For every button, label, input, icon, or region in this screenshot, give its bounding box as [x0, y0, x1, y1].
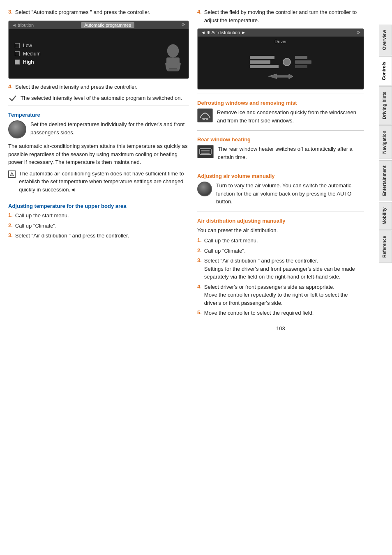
note-2: The automatic air-conditioning system do…	[8, 170, 189, 194]
sidebar-tabs: Overview Controls Driving hints Navigati…	[376, 0, 392, 555]
air-step-2: 2. Call up "Climate".	[197, 247, 364, 255]
air-dist-heading: Air distribution adjusting manually	[197, 218, 364, 224]
air-step-3: 3. Select "Air distribution " and press …	[197, 257, 364, 281]
tab-entertainment-label: Entertainment	[382, 166, 387, 196]
defrost-symbol	[199, 111, 211, 120]
defrost-icon	[197, 108, 213, 122]
defrost-heading: Defrosting windows and removing mist	[197, 100, 364, 106]
adj-step-3-num: 3.	[8, 232, 13, 240]
rear-heat-heading: Rear window heating	[197, 136, 364, 143]
adj-temp-steps: 1. Call up the start menu. 2. Call up "C…	[8, 212, 189, 240]
adj-vol-knob-icon	[197, 182, 212, 196]
adj-step-2: 2. Call up "Climate".	[8, 222, 189, 230]
adj-vol-row: Turn to vary the air volume. You can swi…	[197, 182, 364, 208]
rear-heat-icon	[197, 145, 214, 158]
screenshot-2: ◄ ❄ Air distribution ► ⟳ Driver	[197, 28, 364, 90]
temperature-icon-row: Set the desired temperatures individuall…	[8, 120, 189, 139]
right-step-4: 4. Select the field by moving the contro…	[197, 8, 364, 24]
temp-text-2: The automatic air-conditioning system at…	[8, 142, 189, 166]
note-1: The selected intensity level of the auto…	[8, 94, 189, 102]
adj-step-1-text: Call up the start menu.	[15, 212, 69, 220]
air-step-5-text: Move the controller to select the requir…	[204, 309, 314, 317]
air-step-4-num: 4.	[197, 283, 202, 307]
adj-step-2-num: 2.	[8, 222, 13, 230]
air-step-2-text: Call up "Climate".	[204, 247, 246, 255]
air-step-2-num: 2.	[197, 247, 202, 255]
air-step-3-text: Select "Air distribution " and press the…	[204, 257, 364, 281]
defrost-text: Remove ice and condensation quickly from…	[217, 108, 364, 124]
note-1-text: The selected intensity level of the auto…	[21, 94, 182, 102]
checkbox-medium	[15, 51, 20, 56]
divider-2	[8, 197, 189, 197]
screenshot-2-icon: ⟳	[357, 30, 360, 35]
checkmark-icon	[8, 94, 17, 102]
tab-controls-label: Controls	[381, 62, 386, 80]
page-number: 103	[197, 325, 364, 332]
air-step-4-text: Select driver's or front passenger's sid…	[204, 283, 364, 307]
air-step-1-num: 1.	[197, 237, 202, 245]
screenshot-2-driver-label: Driver	[203, 39, 359, 44]
air-step-1-text: Call up the start menu.	[204, 237, 258, 245]
checkbox-high	[15, 60, 20, 64]
menu-label-high: High	[23, 59, 34, 65]
tab-reference-label: Reference	[382, 236, 387, 258]
adj-step-1-num: 1.	[8, 212, 13, 220]
screenshot-2-body	[198, 48, 364, 89]
step-4-text: Select the desired intensity and press t…	[15, 83, 138, 91]
tab-overview[interactable]: Overview	[379, 25, 392, 55]
air-dist-intro: You can preset the air distribution.	[197, 226, 364, 235]
tab-reference[interactable]: Reference	[379, 230, 392, 263]
divider-right-2	[197, 130, 364, 131]
tab-driving-hints-label: Driving hints	[382, 92, 387, 119]
screenshot-1-icon: ⟳	[182, 22, 185, 28]
right-step-4-text: Select the field by moving the controlle…	[204, 8, 364, 24]
step-4-number: 4.	[8, 83, 13, 91]
screenshot-1-body: Low Medium High	[9, 29, 189, 78]
tab-entertainment[interactable]: Entertainment	[379, 160, 392, 201]
temp-text-1: Set the desired temperatures individuall…	[30, 120, 189, 136]
rear-heat-text: The rear window heater switches off auto…	[218, 145, 364, 161]
air-bars-left	[250, 56, 279, 68]
air-step-1: 1. Call up the start menu.	[197, 237, 364, 245]
screenshot-2-title: ◄ ❄ Air distribution ►	[201, 30, 246, 35]
divider-right-3	[197, 167, 364, 167]
air-flow-icon	[264, 71, 297, 81]
svg-point-0	[167, 44, 179, 57]
step-4: 4. Select the desired intensity and pres…	[8, 83, 189, 91]
screenshot-1-header: ◄ tribution Automatic programmes ⟳	[9, 21, 189, 29]
defrost-row: Remove ice and condensation quickly from…	[197, 108, 364, 127]
air-dist-steps: 1. Call up the start menu. 2. Call up "C…	[197, 237, 364, 317]
menu-label-low: Low	[23, 43, 32, 48]
divider-right-4	[197, 212, 364, 212]
adj-temp-heading: Adjusting temperature for the upper body…	[8, 203, 189, 209]
air-bars-right	[295, 56, 311, 68]
rear-window-icon	[199, 147, 212, 156]
right-step-4-num: 4.	[197, 8, 202, 24]
menu-item-medium: Medium	[15, 51, 182, 57]
temperature-knob-icon	[8, 120, 26, 138]
note-2-text: The automatic air-conditioning system do…	[19, 170, 189, 194]
adj-step-3-text: Select "Air distribution " and press the…	[15, 232, 129, 240]
screenshot-2-header: ◄ ❄ Air distribution ► ⟳	[198, 29, 364, 37]
tab-navigation[interactable]: Navigation	[379, 125, 392, 159]
screenshot-1-title: Automatic programmes	[81, 22, 134, 28]
right-column: 4. Select the field by moving the contro…	[197, 8, 364, 547]
tab-navigation-label: Navigation	[382, 131, 387, 154]
checkbox-low	[15, 43, 20, 48]
menu-item-low: Low	[15, 43, 182, 48]
car-seat-icon	[161, 44, 185, 76]
tab-mobility[interactable]: Mobility	[379, 202, 392, 230]
menu-item-high: High	[15, 59, 182, 65]
tab-mobility-label: Mobility	[382, 207, 387, 225]
temperature-heading: Temperature	[8, 112, 189, 118]
screenshot-1-header-left: ◄ tribution	[12, 23, 34, 28]
air-step-4: 4. Select driver's or front passenger's …	[197, 283, 364, 307]
triangle-icon	[8, 170, 16, 178]
adj-vol-text: Turn to vary the air volume. You can swi…	[216, 182, 364, 206]
tab-driving-hints[interactable]: Driving hints	[379, 86, 392, 124]
adj-step-1: 1. Call up the start menu.	[8, 212, 189, 220]
air-dist-visual	[204, 56, 357, 68]
tab-controls[interactable]: Controls	[379, 56, 392, 85]
tab-overview-label: Overview	[382, 30, 387, 50]
adj-step-3: 3. Select "Air distribution " and press …	[8, 232, 189, 240]
